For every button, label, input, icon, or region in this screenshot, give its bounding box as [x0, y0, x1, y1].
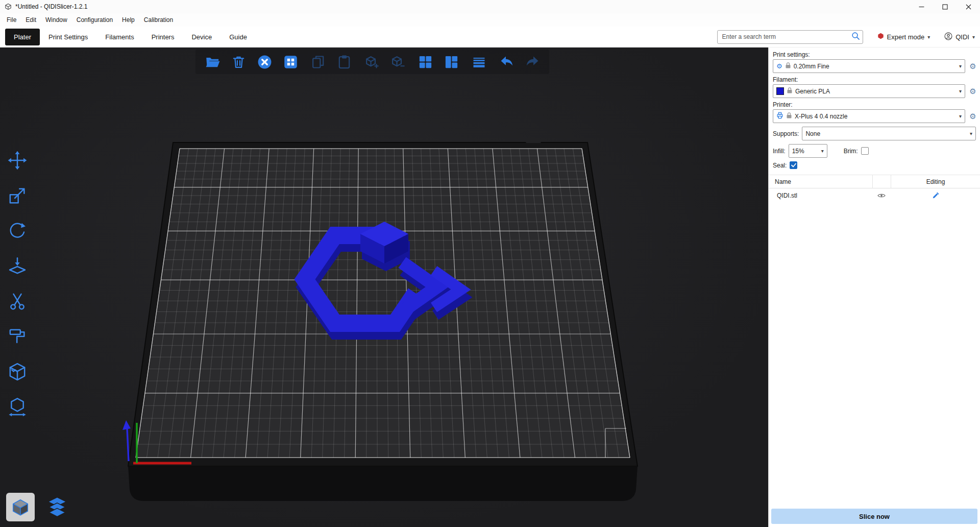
rotate-tool-icon[interactable]	[7, 220, 28, 242]
minimize-button[interactable]	[910, 0, 933, 13]
tab-printers[interactable]: Printers	[143, 29, 183, 45]
app-icon	[4, 3, 12, 11]
mode-selector[interactable]: Expert mode ▾	[877, 33, 930, 41]
cut-tool-icon[interactable]	[7, 291, 28, 312]
tab-guide[interactable]: Guide	[220, 29, 256, 45]
filament-gear-button[interactable]: ⚙	[968, 87, 978, 95]
split-to-objects-icon[interactable]	[415, 52, 435, 71]
toolbar-group-layers	[469, 52, 488, 71]
measure-tool-icon[interactable]	[7, 396, 28, 418]
tab-device[interactable]: Device	[183, 29, 220, 45]
edit-object-icon[interactable]	[891, 192, 980, 199]
account-label: QIDI	[955, 33, 969, 41]
supports-label: Supports:	[773, 130, 799, 137]
menu-configuration[interactable]: Configuration	[72, 14, 117, 26]
scene-canvas[interactable]	[0, 47, 768, 527]
chevron-down-icon: ▾	[970, 131, 972, 136]
filament-combo[interactable]: Generic PLA ▾	[773, 84, 965, 98]
toolbar-group-clipboard	[308, 52, 354, 71]
remove-instance-icon[interactable]	[388, 52, 407, 71]
delete-icon[interactable]	[229, 52, 248, 71]
toolbar-group-file	[203, 52, 300, 71]
expert-mode-icon	[877, 33, 884, 41]
menu-file[interactable]: File	[2, 14, 21, 26]
lock-icon	[787, 87, 792, 95]
menu-window[interactable]: Window	[41, 14, 72, 26]
close-button[interactable]	[957, 0, 980, 13]
chevron-down-icon: ▾	[821, 148, 824, 154]
maximize-button[interactable]	[933, 0, 957, 13]
z-axis	[127, 428, 129, 461]
window-controls	[910, 0, 980, 13]
chevron-down-icon: ▾	[927, 34, 930, 40]
undo-icon[interactable]	[497, 52, 516, 71]
tabbar: Plater Print Settings Filaments Printers…	[0, 27, 980, 47]
search-box[interactable]	[717, 30, 863, 44]
filament-value: Generic PLA	[795, 88, 956, 95]
chevron-down-icon: ▾	[959, 113, 962, 119]
move-tool-icon[interactable]	[7, 150, 28, 171]
search-input[interactable]	[721, 33, 851, 41]
qidislicer-window: *Untitled - QIDISlicer-1.2.1 File Edit W…	[0, 0, 980, 527]
plater-toolbar	[195, 50, 549, 74]
print-settings-gear-button[interactable]: ⚙	[968, 62, 978, 70]
visibility-eye-icon[interactable]	[872, 193, 891, 199]
account-selector[interactable]: QIDI ▾	[944, 32, 975, 42]
column-header-editing: Editing	[891, 175, 980, 188]
split-to-parts-icon[interactable]	[442, 52, 461, 71]
variable-layer-height-icon[interactable]	[469, 52, 488, 71]
paste-icon[interactable]	[334, 52, 354, 71]
search-icon[interactable]	[851, 32, 860, 42]
editor-3d-view-button[interactable]	[6, 493, 35, 521]
seam-painting-tool-icon[interactable]	[7, 361, 28, 382]
window-title: *Untitled - QIDISlicer-1.2.1	[15, 3, 87, 10]
copy-icon[interactable]	[308, 52, 328, 71]
object-list: Name Editing QIDI.stl	[769, 175, 980, 202]
filament-row: Generic PLA ▾ ⚙	[769, 84, 980, 100]
infill-label: Infill:	[773, 148, 786, 155]
place-on-face-tool-icon[interactable]	[7, 255, 28, 277]
scale-tool-icon[interactable]	[7, 185, 28, 206]
seal-checkbox[interactable]	[790, 161, 797, 169]
toolbar-group-instances	[362, 52, 407, 71]
print-settings-label: Print settings:	[769, 50, 980, 59]
printer-gear-button[interactable]: ⚙	[968, 112, 978, 120]
menu-help[interactable]: Help	[117, 14, 139, 26]
object-row-qidi-stl[interactable]: QIDI.stl	[769, 188, 980, 202]
chevron-down-icon: ▾	[959, 63, 962, 69]
tab-filaments[interactable]: Filaments	[96, 29, 142, 45]
slice-now-button[interactable]: Slice now	[771, 509, 977, 524]
viewport-3d[interactable]	[0, 47, 768, 527]
titlebar: *Untitled - QIDISlicer-1.2.1	[0, 0, 980, 13]
print-settings-combo[interactable]: ⚙ 0.20mm Fine ▾	[773, 59, 965, 73]
z-axis-arrowhead	[122, 420, 131, 430]
preview-layers-button[interactable]	[43, 493, 71, 521]
view-switch	[6, 493, 71, 521]
menubar: File Edit Window Configuration Help Cali…	[0, 13, 980, 27]
profile-gear-icon: ⚙	[776, 63, 782, 69]
add-instance-icon[interactable]	[362, 52, 381, 71]
object-name: QIDI.stl	[769, 192, 872, 199]
arrange-icon[interactable]	[281, 52, 300, 71]
filament-label: Filament:	[769, 75, 980, 84]
lock-icon	[787, 112, 792, 120]
supports-combo[interactable]: None ▾	[802, 127, 976, 140]
brim-checkbox[interactable]	[861, 147, 869, 155]
menu-calibration[interactable]: Calibration	[139, 14, 178, 26]
infill-value: 15%	[792, 148, 818, 155]
tab-print-settings[interactable]: Print Settings	[40, 29, 96, 45]
seal-label: Seal:	[773, 162, 787, 169]
delete-all-icon[interactable]	[255, 52, 274, 71]
mode-label: Expert mode	[887, 33, 925, 41]
menu-edit[interactable]: Edit	[21, 14, 41, 26]
paint-supports-tool-icon[interactable]	[7, 326, 28, 347]
printer-icon	[776, 112, 783, 121]
supports-value: None	[805, 130, 967, 137]
printer-combo[interactable]: X-Plus 4 0.4 nozzle ▾	[773, 109, 965, 123]
infill-brim-row: Infill: 15% ▾ Brim:	[769, 142, 980, 159]
print-settings-value: 0.20mm Fine	[794, 63, 956, 70]
tab-plater[interactable]: Plater	[5, 29, 40, 45]
open-project-icon[interactable]	[203, 52, 222, 71]
redo-icon[interactable]	[523, 52, 542, 71]
infill-combo[interactable]: 15% ▾	[789, 144, 827, 158]
